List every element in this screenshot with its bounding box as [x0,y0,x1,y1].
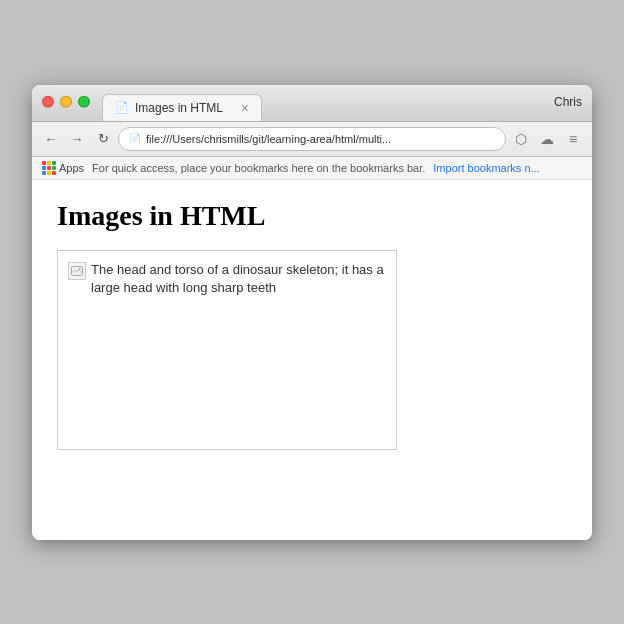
window-controls [42,95,90,107]
maximize-button[interactable] [78,95,90,107]
address-bar[interactable]: 📄 file:///Users/chrismills/git/learning-… [118,127,506,151]
user-profile[interactable]: Chris [554,94,582,108]
nav-right-icons: ⬡ ☁ ≡ [510,128,584,150]
close-button[interactable] [42,95,54,107]
menu-button[interactable]: ≡ [562,128,584,150]
url-file-icon: 📄 [129,133,141,144]
back-icon: ← [44,131,58,147]
image-alt-text: The head and torso of a dinosaur skeleto… [91,261,386,297]
apps-label: Apps [59,162,84,174]
minimize-button[interactable] [60,95,72,107]
navigation-bar: ← → ↻ 📄 file:///Users/chrismills/git/lea… [32,122,592,157]
broken-image-row: The head and torso of a dinosaur skeleto… [68,261,386,297]
refresh-button[interactable]: ↻ [92,128,114,150]
apps-grid-icon [42,161,56,175]
broken-image-icon [68,262,86,280]
cloud-icon: ☁ [540,131,554,147]
image-container: The head and torso of a dinosaur skeleto… [57,250,397,450]
page-content: Images in HTML The head and torso of a d… [32,180,592,540]
back-button[interactable]: ← [40,128,62,150]
cloud-button[interactable]: ☁ [536,128,558,150]
browser-window: 📄 Images in HTML × Chris ← → ↻ 📄 file://… [32,85,592,540]
title-bar: 📄 Images in HTML × Chris [32,85,592,122]
active-tab[interactable]: 📄 Images in HTML × [102,94,262,121]
import-bookmarks-link[interactable]: Import bookmarks n... [433,162,539,174]
user-name: Chris [554,94,582,108]
bookmarks-bar: Apps For quick access, place your bookma… [32,157,592,180]
menu-icon: ≡ [569,131,577,147]
bookmarks-message: For quick access, place your bookmarks h… [92,162,425,174]
url-text: file:///Users/chrismills/git/learning-ar… [146,133,391,145]
extensions-icon: ⬡ [515,131,527,147]
broken-image-svg [71,266,83,276]
tab-page-icon: 📄 [115,101,129,114]
tab-close-button[interactable]: × [241,101,249,115]
tabs-area: 📄 Images in HTML × [102,93,582,121]
apps-button[interactable]: Apps [42,161,84,175]
forward-button[interactable]: → [66,128,88,150]
page-title: Images in HTML [57,200,567,232]
refresh-icon: ↻ [98,131,109,146]
tab-title: Images in HTML [135,101,235,115]
new-tab-button[interactable] [262,93,290,121]
svg-point-1 [79,268,81,270]
forward-icon: → [70,131,84,147]
extensions-button[interactable]: ⬡ [510,128,532,150]
